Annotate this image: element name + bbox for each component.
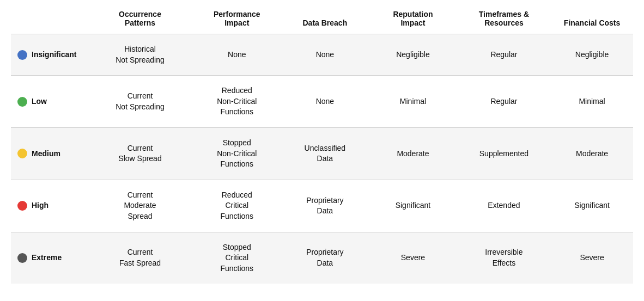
occurrence-cell: CurrentModerateSpread [87, 180, 193, 232]
severity-cell: Low [11, 76, 87, 128]
data-breach-cell: None [281, 76, 369, 128]
data-breach-cell: None [281, 34, 369, 76]
table-row: ExtremeCurrentFast SpreadStoppedCritical… [11, 232, 633, 284]
timeframes-cell: IrreversibleEffects [457, 232, 551, 284]
financial-cell: Moderate [551, 127, 633, 180]
performance-cell: ReducedCriticalFunctions [193, 180, 281, 232]
header-financial: Financial Costs [551, 5, 633, 34]
table-row: InsignificantHistoricalNot SpreadingNone… [11, 34, 633, 76]
table-wrapper: OccurrencePatterns PerformanceImpact Dat… [0, 0, 644, 289]
data-breach-cell: ProprietaryData [281, 180, 369, 232]
reputation-cell: Negligible [369, 34, 457, 76]
table-row: LowCurrentNot SpreadingReducedNon-Critic… [11, 76, 633, 128]
severity-label: Extreme [32, 253, 62, 263]
occurrence-cell: CurrentNot Spreading [87, 76, 193, 128]
financial-cell: Significant [551, 180, 633, 232]
performance-cell: None [193, 34, 281, 76]
header-performance: PerformanceImpact [193, 5, 281, 34]
header-timeframes: Timeframes &Resources [457, 5, 551, 34]
performance-cell: StoppedNon-CriticalFunctions [193, 127, 281, 180]
timeframes-cell: Regular [457, 76, 551, 128]
severity-label: Insignificant [32, 50, 76, 60]
severity-cell: Insignificant [11, 34, 87, 76]
reputation-cell: Severe [369, 232, 457, 284]
header-row: OccurrencePatterns PerformanceImpact Dat… [11, 5, 633, 34]
severity-label: Medium [32, 149, 60, 159]
data-breach-cell: UnclassifiedData [281, 127, 369, 180]
performance-cell: ReducedNon-CriticalFunctions [193, 76, 281, 128]
data-breach-cell: ProprietaryData [281, 232, 369, 284]
header-severity [11, 5, 87, 34]
severity-dot [17, 253, 27, 263]
severity-cell: Extreme [11, 232, 87, 284]
risk-table: OccurrencePatterns PerformanceImpact Dat… [11, 5, 633, 284]
header-databreach: Data Breach [281, 5, 369, 34]
severity-label: High [32, 200, 48, 211]
reputation-cell: Moderate [369, 127, 457, 180]
severity-dot [17, 97, 27, 107]
severity-dot [17, 50, 27, 60]
severity-cell: Medium [11, 127, 87, 180]
reputation-cell: Significant [369, 180, 457, 232]
table-row: HighCurrentModerateSpreadReducedCritical… [11, 180, 633, 232]
header-occurrence: OccurrencePatterns [87, 5, 193, 34]
financial-cell: Negligible [551, 34, 633, 76]
timeframes-cell: Regular [457, 34, 551, 76]
financial-cell: Minimal [551, 76, 633, 128]
performance-cell: StoppedCriticalFunctions [193, 232, 281, 284]
table-row: MediumCurrentSlow SpreadStoppedNon-Criti… [11, 127, 633, 180]
header-reputation: ReputationImpact [369, 5, 457, 34]
occurrence-cell: HistoricalNot Spreading [87, 34, 193, 76]
severity-cell: High [11, 180, 87, 232]
timeframes-cell: Supplemented [457, 127, 551, 180]
reputation-cell: Minimal [369, 76, 457, 128]
severity-dot [17, 149, 27, 158]
financial-cell: Severe [551, 232, 633, 284]
timeframes-cell: Extended [457, 180, 551, 232]
occurrence-cell: CurrentSlow Spread [87, 127, 193, 180]
severity-label: Low [32, 96, 47, 107]
occurrence-cell: CurrentFast Spread [87, 232, 193, 284]
severity-dot [17, 201, 27, 211]
